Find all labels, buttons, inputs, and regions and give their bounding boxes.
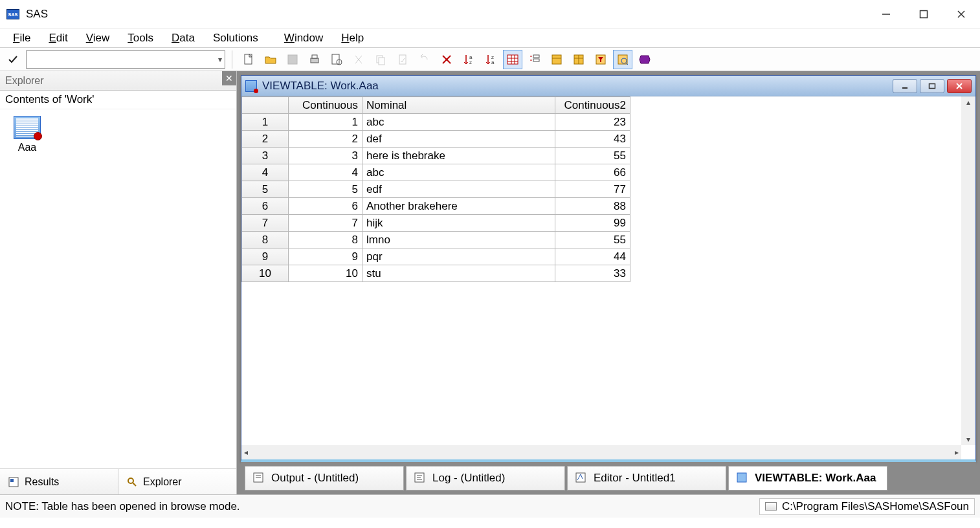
row-number[interactable]: 6 [242,198,289,215]
column-header[interactable]: Nominal [362,97,555,114]
explorer-tree[interactable]: Aaa [0,109,236,468]
cell-continuous[interactable]: 1 [289,114,362,131]
menu-window[interactable]: Window [276,30,331,47]
help-button[interactable] [635,50,654,69]
new-button[interactable] [239,50,258,69]
cell-nominal[interactable]: def [362,131,555,148]
cell-continuous2[interactable]: 66 [555,164,630,181]
sidebar-tab-explorer[interactable]: Explorer [118,469,236,494]
cell-continuous2[interactable]: 44 [555,248,630,265]
paste-button[interactable] [393,50,412,69]
window-minimize-button[interactable] [867,0,905,28]
table-row[interactable]: 88lmno55 [242,232,630,248]
cell-continuous[interactable]: 9 [289,248,362,265]
cell-nominal[interactable]: here is thebrake [362,148,555,164]
cell-continuous[interactable]: 8 [289,232,362,248]
sort-desc-button[interactable]: za [481,50,500,69]
window-close-button[interactable] [942,0,980,28]
table-row[interactable]: 33here is thebrake55 [242,148,630,164]
menu-solutions[interactable]: Solutions [205,30,266,47]
cell-continuous2[interactable]: 23 [555,114,630,131]
cell-continuous2[interactable]: 55 [555,232,630,248]
row-number[interactable]: 9 [242,248,289,265]
cell-continuous[interactable]: 4 [289,164,362,181]
col-attrs-button[interactable] [547,50,566,69]
cell-continuous2[interactable]: 77 [555,181,630,198]
column-header[interactable]: Continuous2 [555,97,630,114]
print-preview-button[interactable] [327,50,346,69]
sidebar-tab-results[interactable]: Results [0,469,118,494]
table-row[interactable]: 1010stu33 [242,265,630,282]
vertical-scrollbar[interactable]: ▴▾ [961,96,975,445]
table-row[interactable]: 55edf77 [242,181,630,198]
row-number[interactable]: 5 [242,181,289,198]
cut-button[interactable] [349,50,368,69]
subset-button[interactable] [591,50,610,69]
menu-data[interactable]: Data [164,30,203,47]
viewtable-grid[interactable]: ContinuousNominalContinuous211abc2322def… [241,96,975,459]
table-row[interactable]: 11abc23 [242,114,630,131]
viewtable-titlebar[interactable]: VIEWTABLE: Work.Aaa [241,76,975,96]
cell-nominal[interactable]: hijk [362,215,555,232]
table-row[interactable]: 77hijk99 [242,215,630,232]
dataset-item-aaa[interactable]: Aaa [8,116,47,153]
cell-continuous2[interactable]: 88 [555,198,630,215]
submit-check-icon[interactable] [6,53,19,66]
menu-edit[interactable]: Edit [41,30,75,47]
form-view-button[interactable] [525,50,544,69]
explorer-close-button[interactable]: ✕ [222,71,236,85]
row-number[interactable]: 1 [242,114,289,131]
delete-button[interactable] [437,50,456,69]
row-number[interactable]: 10 [242,265,289,282]
row-number[interactable]: 7 [242,215,289,232]
cell-continuous[interactable]: 7 [289,215,362,232]
menu-tools[interactable]: Tools [120,30,161,47]
cell-nominal[interactable]: Another brakehere [362,198,555,215]
row-number[interactable]: 4 [242,164,289,181]
where-button[interactable] [569,50,588,69]
tab-output[interactable]: Output - (Untitled) [245,466,404,490]
table-row[interactable]: 66Another brakehere88 [242,198,630,215]
cell-nominal[interactable]: pqr [362,248,555,265]
table-row[interactable]: 22def43 [242,131,630,148]
sort-asc-button[interactable]: az [459,50,478,69]
cell-nominal[interactable]: edf [362,181,555,198]
cell-continuous2[interactable]: 99 [555,215,630,232]
column-header[interactable]: Continuous [289,97,362,114]
command-combo[interactable]: ▾ [26,50,225,69]
menu-file[interactable]: File [5,30,38,47]
tab-log[interactable]: Log - (Untitled) [406,466,565,490]
open-button[interactable] [261,50,280,69]
window-maximize-button[interactable] [905,0,942,28]
cell-nominal[interactable]: stu [362,265,555,282]
row-number[interactable]: 8 [242,232,289,248]
cell-continuous[interactable]: 10 [289,265,362,282]
cell-nominal[interactable]: abc [362,164,555,181]
table-row[interactable]: 44abc66 [242,164,630,181]
browse-mode-button[interactable] [613,50,632,69]
cell-continuous[interactable]: 3 [289,148,362,164]
cell-continuous[interactable]: 5 [289,181,362,198]
table-view-button[interactable] [503,50,522,69]
cell-continuous2[interactable]: 33 [555,265,630,282]
cell-continuous[interactable]: 2 [289,131,362,148]
mdi-minimize-button[interactable] [893,79,917,93]
tab-editor[interactable]: Editor - Untitled1 [567,466,726,490]
cell-nominal[interactable]: lmno [362,232,555,248]
print-button[interactable] [305,50,324,69]
cell-continuous[interactable]: 6 [289,198,362,215]
row-header-blank[interactable] [242,97,289,114]
tab-viewtable[interactable]: VIEWTABLE: Work.Aaa [728,466,887,490]
cell-nominal[interactable]: abc [362,114,555,131]
save-button[interactable] [283,50,302,69]
horizontal-scrollbar[interactable]: ◂▸ [241,445,961,459]
table-row[interactable]: 99pqr44 [242,248,630,265]
row-number[interactable]: 3 [242,148,289,164]
cell-continuous2[interactable]: 43 [555,131,630,148]
cell-continuous2[interactable]: 55 [555,148,630,164]
mdi-maximize-button[interactable] [920,79,944,93]
menu-view[interactable]: View [78,30,118,47]
mdi-close-button[interactable] [947,79,972,93]
menu-help[interactable]: Help [333,30,372,47]
copy-button[interactable] [371,50,390,69]
